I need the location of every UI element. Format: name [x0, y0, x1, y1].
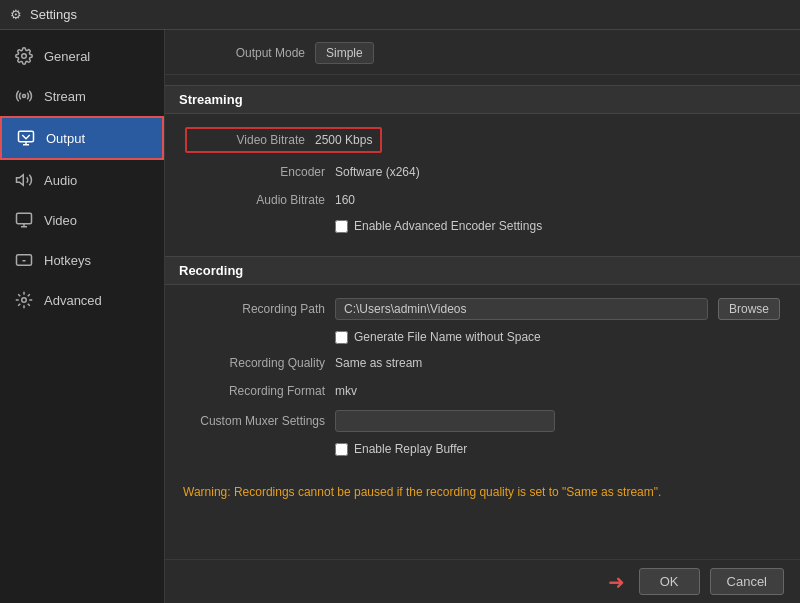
streaming-section-content: Video Bitrate 2500 Kbps Encoder Software… [165, 114, 800, 246]
cancel-button[interactable]: Cancel [710, 568, 784, 595]
svg-point-1 [23, 95, 26, 98]
audio-bitrate-label: Audio Bitrate [185, 193, 325, 207]
footer: ➜ OK Cancel [165, 559, 800, 603]
generate-filename-checkbox[interactable] [335, 331, 348, 344]
title-bar-text: Settings [30, 7, 77, 22]
audio-bitrate-value: 160 [335, 193, 355, 207]
advanced-encoder-row[interactable]: Enable Advanced Encoder Settings [165, 214, 800, 238]
encoder-label: Encoder [185, 165, 325, 179]
sidebar-item-output[interactable]: Output [0, 116, 164, 160]
video-bitrate-value: 2500 Kbps [315, 133, 372, 147]
video-bitrate-label: Video Bitrate [195, 133, 305, 147]
sidebar-item-video[interactable]: Video [0, 200, 164, 240]
custom-muxer-label: Custom Muxer Settings [185, 414, 325, 428]
hotkeys-icon [14, 250, 34, 270]
streaming-section-header: Streaming [165, 85, 800, 114]
recording-path-label: Recording Path [185, 302, 325, 316]
warning-bar: Warning: Recordings cannot be paused if … [179, 479, 786, 505]
recording-section-header: Recording [165, 256, 800, 285]
settings-icon: ⚙ [10, 7, 22, 22]
sidebar-item-hotkeys[interactable]: Hotkeys [0, 240, 164, 280]
output-mode-label: Output Mode [185, 46, 305, 60]
recording-path-row: Recording Path Browse [165, 293, 800, 325]
encoder-value: Software (x264) [335, 165, 420, 179]
video-icon [14, 210, 34, 230]
advanced-encoder-label: Enable Advanced Encoder Settings [354, 219, 542, 233]
sidebar-item-stream-label: Stream [44, 89, 86, 104]
recording-format-row: Recording Format mkv [165, 377, 800, 405]
browse-button[interactable]: Browse [718, 298, 780, 320]
sidebar-item-hotkeys-label: Hotkeys [44, 253, 91, 268]
output-mode-row: Output Mode Simple [165, 30, 800, 75]
output-mode-value: Simple [315, 42, 374, 64]
audio-bitrate-row: Audio Bitrate 160 [165, 186, 800, 214]
sidebar-item-output-label: Output [46, 131, 85, 146]
recording-quality-value: Same as stream [335, 356, 422, 370]
arrow-icon: ➜ [608, 570, 625, 594]
recording-quality-label: Recording Quality [185, 356, 325, 370]
sidebar-item-audio[interactable]: Audio [0, 160, 164, 200]
output-icon [16, 128, 36, 148]
svg-point-17 [22, 298, 27, 303]
encoder-row: Encoder Software (x264) [165, 158, 800, 186]
advanced-encoder-checkbox[interactable] [335, 220, 348, 233]
custom-muxer-row: Custom Muxer Settings [165, 405, 800, 437]
svg-rect-6 [17, 213, 32, 224]
sidebar-item-advanced-label: Advanced [44, 293, 102, 308]
sidebar-item-advanced[interactable]: Advanced [0, 280, 164, 320]
replay-buffer-checkbox[interactable] [335, 443, 348, 456]
video-bitrate-highlight: Video Bitrate 2500 Kbps [185, 127, 382, 153]
recording-format-label: Recording Format [185, 384, 325, 398]
title-bar: ⚙ Settings [0, 0, 800, 30]
recording-path-input[interactable] [335, 298, 708, 320]
audio-icon [14, 170, 34, 190]
recording-quality-row: Recording Quality Same as stream [165, 349, 800, 377]
content-area: Output Mode Simple Streaming Video Bitra… [165, 30, 800, 603]
general-icon [14, 46, 34, 66]
ok-button[interactable]: OK [639, 568, 700, 595]
sidebar-item-general[interactable]: General [0, 36, 164, 76]
recording-format-value: mkv [335, 384, 357, 398]
video-bitrate-row: Video Bitrate 2500 Kbps [165, 122, 800, 158]
recording-section-content: Recording Path Browse Generate File Name… [165, 285, 800, 469]
recording-section: Recording Recording Path Browse Generate… [165, 256, 800, 469]
replay-buffer-row[interactable]: Enable Replay Buffer [165, 437, 800, 461]
main-container: General Stream Output [0, 30, 800, 603]
sidebar-item-video-label: Video [44, 213, 77, 228]
svg-rect-2 [19, 131, 34, 142]
svg-point-0 [22, 54, 27, 59]
stream-icon [14, 86, 34, 106]
generate-filename-label: Generate File Name without Space [354, 330, 541, 344]
sidebar-item-audio-label: Audio [44, 173, 77, 188]
content-inner: Output Mode Simple Streaming Video Bitra… [165, 30, 800, 569]
replay-buffer-label: Enable Replay Buffer [354, 442, 467, 456]
svg-marker-5 [17, 175, 24, 186]
sidebar-item-stream[interactable]: Stream [0, 76, 164, 116]
sidebar-item-general-label: General [44, 49, 90, 64]
streaming-section: Streaming Video Bitrate 2500 Kbps Encode… [165, 85, 800, 246]
generate-filename-row[interactable]: Generate File Name without Space [165, 325, 800, 349]
advanced-icon [14, 290, 34, 310]
sidebar: General Stream Output [0, 30, 165, 603]
custom-muxer-input[interactable] [335, 410, 555, 432]
